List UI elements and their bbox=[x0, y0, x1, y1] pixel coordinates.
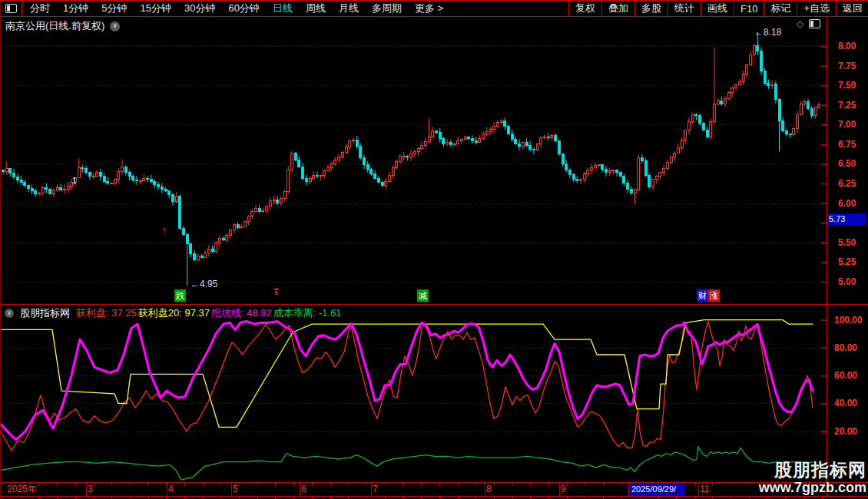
watermark-title: 股朋指标网 bbox=[759, 461, 866, 480]
panel-icon[interactable] bbox=[809, 19, 820, 28]
action-item-2[interactable]: 多股 bbox=[634, 1, 668, 16]
price-annotation-0: ←8.18 bbox=[754, 28, 781, 37]
marker-1-0: 1 bbox=[72, 177, 77, 185]
action-item-0[interactable]: 复权 bbox=[568, 1, 601, 16]
price-annotation-1: ←4.95 bbox=[190, 279, 217, 289]
x-tick bbox=[239, 483, 240, 486]
price-tick-5.25: 5.25 bbox=[838, 257, 856, 266]
price-tick-7.75: 7.75 bbox=[838, 61, 856, 71]
x-tick bbox=[712, 483, 713, 486]
panel-divider bbox=[1, 304, 868, 305]
x-label-5: 5 bbox=[233, 484, 238, 494]
price-tick-6.25: 6.25 bbox=[838, 179, 856, 188]
period-item-1[interactable]: 1分钟 bbox=[63, 2, 88, 15]
indicator-header: ∨ 股朋指标网 获利盘: 37.25获利盘20: 97.37挖坑线: 48.92… bbox=[5, 306, 343, 320]
price-candlestick-chart[interactable] bbox=[1, 17, 827, 304]
x-tick bbox=[403, 483, 403, 486]
x-tick bbox=[166, 483, 167, 486]
period-item-3[interactable]: 15分钟 bbox=[140, 2, 171, 15]
chevron-down-icon[interactable]: ∨ bbox=[110, 21, 120, 31]
x-tick bbox=[475, 483, 476, 486]
x-tick bbox=[731, 483, 731, 486]
indicator-collapse-icon[interactable]: ∨ bbox=[5, 309, 14, 318]
indicator-stat-0: 获利盘: 37.25 bbox=[76, 307, 137, 319]
period-item-2[interactable]: 5分钟 bbox=[101, 2, 127, 15]
period-item-5[interactable]: 60分钟 bbox=[228, 2, 259, 15]
x-month-separator bbox=[371, 483, 372, 496]
indicator-stats: 获利盘: 37.25获利盘20: 97.37挖坑线: 48.92成本乖离: -1… bbox=[76, 306, 343, 320]
x-tick bbox=[184, 483, 185, 486]
diamond-icon[interactable]: ◇ bbox=[797, 19, 803, 28]
x-tick bbox=[94, 483, 94, 486]
crosshair-price-tag: 5.73 bbox=[827, 213, 866, 226]
x-tick bbox=[385, 483, 386, 486]
x-tick bbox=[330, 483, 331, 486]
indicator-source-label: 股朋指标网 bbox=[20, 306, 70, 320]
x-tick bbox=[585, 483, 585, 486]
app-window: 分时1分钟5分钟15分钟30分钟60分钟日线周线月线多周期更多 > 复权叠加多股… bbox=[0, 0, 868, 499]
indicator-tick-60.00: 60.00 bbox=[834, 371, 857, 380]
indicator-stat-2: 挖坑线: 48.92 bbox=[211, 307, 272, 319]
action-item-7[interactable]: +自选 bbox=[797, 1, 836, 16]
action-item-5[interactable]: F10 bbox=[734, 1, 764, 16]
period-item-0[interactable]: 分时 bbox=[30, 2, 50, 15]
period-item-4[interactable]: 30分钟 bbox=[184, 2, 215, 15]
x-month-separator bbox=[86, 483, 87, 496]
x-tick bbox=[21, 483, 22, 486]
price-tick-6.50: 6.50 bbox=[838, 159, 856, 168]
marker-财-5: 财 bbox=[697, 289, 708, 302]
x-label-3: 3 bbox=[88, 484, 93, 494]
x-tick bbox=[220, 483, 221, 486]
x-tick bbox=[312, 483, 313, 486]
action-item-6[interactable]: 标记 bbox=[764, 1, 797, 16]
period-item-10[interactable]: 更多 > bbox=[415, 2, 443, 15]
x-month-separator bbox=[559, 483, 560, 496]
period-item-9[interactable]: 多周期 bbox=[372, 2, 402, 15]
x-tick bbox=[512, 483, 513, 486]
price-tick-6.75: 6.75 bbox=[838, 140, 856, 149]
x-tick bbox=[548, 483, 549, 486]
x-month-separator bbox=[698, 483, 699, 496]
x-label-6: 6 bbox=[301, 484, 306, 494]
x-tick bbox=[621, 483, 622, 486]
price-tick-7.00: 7.00 bbox=[838, 120, 856, 129]
marker-涨-6: 涨 bbox=[708, 289, 720, 302]
x-tick bbox=[2, 483, 3, 486]
x-tick bbox=[275, 483, 276, 486]
x-label-9: 9 bbox=[561, 484, 566, 494]
price-tick-5.50: 5.50 bbox=[838, 238, 856, 247]
price-tick-6.00: 6.00 bbox=[838, 199, 856, 208]
chart-corner-icons: ◇ bbox=[797, 19, 820, 28]
indicator-chart[interactable] bbox=[1, 304, 827, 482]
x-tick bbox=[494, 483, 495, 486]
action-item-1[interactable]: 叠加 bbox=[601, 1, 634, 16]
period-item-8[interactable]: 月线 bbox=[339, 2, 359, 15]
layout-toggle-icon[interactable] bbox=[1, 1, 22, 16]
indicator-tick-20.00: 20.00 bbox=[834, 427, 857, 436]
action-item-3[interactable]: 统计 bbox=[668, 1, 701, 16]
watermark-url: www.7gpzb.com bbox=[759, 480, 866, 496]
x-tick bbox=[458, 483, 459, 486]
xaxis-top-line bbox=[1, 482, 868, 483]
marker-减-4: 减 bbox=[417, 289, 429, 302]
action-item-8[interactable]: 返回 bbox=[836, 1, 868, 16]
period-item-6[interactable]: 日线 bbox=[273, 2, 293, 15]
chart-title-row: 南京公用(日线.前复权) ∨ bbox=[5, 19, 120, 33]
marker-s-3: ╍s bbox=[274, 288, 278, 294]
price-tick-8.00: 8.00 bbox=[838, 41, 856, 51]
x-tick bbox=[530, 483, 531, 486]
x-label-11: 11 bbox=[700, 484, 709, 494]
x-tick bbox=[421, 483, 422, 486]
x-tick bbox=[567, 483, 568, 486]
marker-↑-1: ↑ bbox=[161, 224, 167, 236]
indicator-stat-1: 获利盘20: 97.37 bbox=[138, 307, 210, 319]
x-month-separator bbox=[628, 483, 629, 496]
stock-title: 南京公用(日线.前复权) bbox=[5, 19, 104, 33]
x-tick bbox=[603, 483, 604, 486]
price-tick-7.50: 7.50 bbox=[838, 81, 856, 90]
action-item-4[interactable]: 画线 bbox=[701, 1, 734, 16]
period-item-7[interactable]: 周线 bbox=[306, 2, 326, 15]
x-tick bbox=[203, 483, 204, 486]
period-menu: 分时1分钟5分钟15分钟30分钟60分钟日线周线月线多周期更多 > bbox=[30, 1, 443, 16]
x-month-separator bbox=[300, 483, 300, 496]
